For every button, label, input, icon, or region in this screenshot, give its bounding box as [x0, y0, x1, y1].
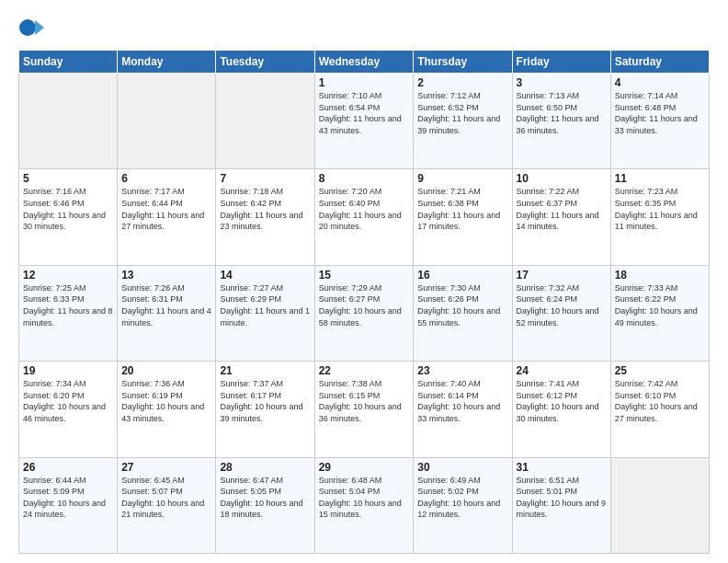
calendar-day-9: 9Sunrise: 7:21 AM Sunset: 6:38 PM Daylig…	[414, 169, 512, 265]
day-number: 21	[220, 364, 310, 377]
day-info: Sunrise: 7:41 AM Sunset: 6:12 PM Dayligh…	[517, 378, 607, 424]
day-number: 7	[220, 172, 310, 185]
calendar-day-22: 22Sunrise: 7:38 AM Sunset: 6:15 PM Dayli…	[314, 362, 414, 457]
calendar-day-5: 5Sunrise: 7:16 AM Sunset: 6:46 PM Daylig…	[19, 169, 118, 265]
calendar-day-13: 13Sunrise: 7:26 AM Sunset: 6:31 PM Dayli…	[118, 265, 216, 361]
day-number: 12	[23, 269, 113, 282]
weekday-header-monday: Monday	[118, 51, 216, 74]
calendar-day-1: 1Sunrise: 7:10 AM Sunset: 6:54 PM Daylig…	[314, 74, 414, 169]
day-number: 31	[517, 461, 607, 474]
calendar-day-11: 11Sunrise: 7:23 AM Sunset: 6:35 PM Dayli…	[610, 169, 709, 265]
day-number: 14	[220, 269, 310, 282]
day-number: 26	[23, 461, 113, 474]
day-number: 3	[517, 76, 607, 89]
calendar-day-6: 6Sunrise: 7:17 AM Sunset: 6:44 PM Daylig…	[118, 169, 216, 265]
day-info: Sunrise: 7:27 AM Sunset: 6:29 PM Dayligh…	[220, 282, 310, 328]
calendar-day-27: 27Sunrise: 6:45 AM Sunset: 5:07 PM Dayli…	[118, 457, 216, 553]
weekday-header-row: SundayMondayTuesdayWednesdayThursdayFrid…	[19, 51, 710, 74]
day-info: Sunrise: 7:17 AM Sunset: 6:44 PM Dayligh…	[121, 186, 211, 232]
day-info: Sunrise: 7:23 AM Sunset: 6:35 PM Dayligh…	[615, 186, 705, 232]
calendar-day-16: 16Sunrise: 7:30 AM Sunset: 6:26 PM Dayli…	[414, 265, 512, 361]
day-number: 13	[121, 269, 211, 282]
day-number: 11	[615, 172, 705, 185]
day-number: 17	[517, 269, 607, 282]
calendar-day-30: 30Sunrise: 6:49 AM Sunset: 5:02 PM Dayli…	[414, 457, 512, 553]
day-info: Sunrise: 7:13 AM Sunset: 6:50 PM Dayligh…	[517, 90, 607, 136]
logo	[18, 15, 48, 40]
calendar-day-23: 23Sunrise: 7:40 AM Sunset: 6:14 PM Dayli…	[414, 362, 512, 457]
calendar-day-7: 7Sunrise: 7:18 AM Sunset: 6:42 PM Daylig…	[216, 169, 314, 265]
day-info: Sunrise: 7:40 AM Sunset: 6:14 PM Dayligh…	[417, 378, 507, 424]
day-number: 27	[121, 461, 211, 474]
logo-icon	[18, 15, 44, 40]
day-info: Sunrise: 6:51 AM Sunset: 5:01 PM Dayligh…	[517, 475, 607, 521]
day-number: 16	[417, 269, 507, 282]
day-number: 29	[319, 461, 410, 474]
calendar-day-18: 18Sunrise: 7:33 AM Sunset: 6:22 PM Dayli…	[610, 265, 709, 361]
day-info: Sunrise: 7:42 AM Sunset: 6:10 PM Dayligh…	[615, 378, 705, 424]
day-number: 28	[220, 461, 310, 474]
day-number: 18	[615, 269, 705, 282]
day-number: 6	[121, 172, 211, 185]
day-number: 25	[615, 364, 705, 377]
day-number: 19	[23, 364, 113, 377]
day-info: Sunrise: 7:21 AM Sunset: 6:38 PM Dayligh…	[417, 186, 507, 232]
day-number: 30	[417, 461, 507, 474]
calendar-week-row: 26Sunrise: 6:44 AM Sunset: 5:09 PM Dayli…	[19, 457, 710, 553]
calendar-day-19: 19Sunrise: 7:34 AM Sunset: 6:20 PM Dayli…	[19, 362, 118, 457]
calendar-day-26: 26Sunrise: 6:44 AM Sunset: 5:09 PM Dayli…	[19, 457, 118, 553]
svg-point-0	[19, 19, 36, 36]
weekday-header-thursday: Thursday	[414, 51, 512, 74]
calendar-week-row: 1Sunrise: 7:10 AM Sunset: 6:54 PM Daylig…	[19, 74, 710, 169]
calendar-day-28: 28Sunrise: 6:47 AM Sunset: 5:05 PM Dayli…	[216, 457, 314, 553]
calendar-day-17: 17Sunrise: 7:32 AM Sunset: 6:24 PM Dayli…	[512, 265, 610, 361]
day-info: Sunrise: 7:34 AM Sunset: 6:20 PM Dayligh…	[23, 378, 113, 424]
weekday-header-tuesday: Tuesday	[216, 51, 314, 74]
day-info: Sunrise: 7:18 AM Sunset: 6:42 PM Dayligh…	[220, 186, 310, 232]
day-number: 22	[319, 364, 410, 377]
day-info: Sunrise: 7:33 AM Sunset: 6:22 PM Dayligh…	[615, 282, 705, 328]
calendar-week-row: 12Sunrise: 7:25 AM Sunset: 6:33 PM Dayli…	[19, 265, 710, 361]
calendar-day-2: 2Sunrise: 7:12 AM Sunset: 6:52 PM Daylig…	[414, 74, 512, 169]
day-info: Sunrise: 7:30 AM Sunset: 6:26 PM Dayligh…	[417, 282, 507, 328]
calendar-day-24: 24Sunrise: 7:41 AM Sunset: 6:12 PM Dayli…	[512, 362, 610, 457]
weekday-header-wednesday: Wednesday	[314, 51, 414, 74]
calendar-day-15: 15Sunrise: 7:29 AM Sunset: 6:27 PM Dayli…	[314, 265, 414, 361]
day-info: Sunrise: 6:47 AM Sunset: 5:05 PM Dayligh…	[220, 475, 310, 521]
calendar-empty-cell	[216, 74, 314, 169]
day-number: 24	[517, 364, 607, 377]
day-number: 2	[417, 76, 507, 89]
calendar-day-12: 12Sunrise: 7:25 AM Sunset: 6:33 PM Dayli…	[19, 265, 118, 361]
calendar-empty-cell	[19, 74, 118, 169]
day-info: Sunrise: 7:36 AM Sunset: 6:19 PM Dayligh…	[121, 378, 211, 424]
day-number: 8	[319, 172, 410, 185]
day-info: Sunrise: 7:22 AM Sunset: 6:37 PM Dayligh…	[517, 186, 607, 232]
day-info: Sunrise: 7:29 AM Sunset: 6:27 PM Dayligh…	[319, 282, 410, 328]
calendar-empty-cell	[118, 74, 216, 169]
day-info: Sunrise: 7:10 AM Sunset: 6:54 PM Dayligh…	[319, 90, 410, 136]
calendar-day-21: 21Sunrise: 7:37 AM Sunset: 6:17 PM Dayli…	[216, 362, 314, 457]
day-info: Sunrise: 7:14 AM Sunset: 6:48 PM Dayligh…	[615, 90, 705, 136]
day-info: Sunrise: 6:48 AM Sunset: 5:04 PM Dayligh…	[319, 475, 410, 521]
page-header	[18, 15, 710, 40]
day-info: Sunrise: 7:37 AM Sunset: 6:17 PM Dayligh…	[220, 378, 310, 424]
weekday-header-sunday: Sunday	[19, 51, 118, 74]
calendar-day-29: 29Sunrise: 6:48 AM Sunset: 5:04 PM Dayli…	[314, 457, 414, 553]
day-info: Sunrise: 7:38 AM Sunset: 6:15 PM Dayligh…	[319, 378, 410, 424]
calendar-day-25: 25Sunrise: 7:42 AM Sunset: 6:10 PM Dayli…	[610, 362, 709, 457]
day-info: Sunrise: 7:32 AM Sunset: 6:24 PM Dayligh…	[517, 282, 607, 328]
day-info: Sunrise: 6:44 AM Sunset: 5:09 PM Dayligh…	[23, 475, 113, 521]
day-number: 5	[23, 172, 113, 185]
day-number: 1	[319, 76, 410, 89]
day-number: 4	[615, 76, 705, 89]
day-info: Sunrise: 7:20 AM Sunset: 6:40 PM Dayligh…	[319, 186, 410, 232]
calendar-day-14: 14Sunrise: 7:27 AM Sunset: 6:29 PM Dayli…	[216, 265, 314, 361]
day-info: Sunrise: 7:12 AM Sunset: 6:52 PM Dayligh…	[417, 90, 507, 136]
calendar-week-row: 5Sunrise: 7:16 AM Sunset: 6:46 PM Daylig…	[19, 169, 710, 265]
day-number: 10	[517, 172, 607, 185]
weekday-header-friday: Friday	[512, 51, 610, 74]
calendar-table: SundayMondayTuesdayWednesdayThursdayFrid…	[18, 50, 710, 554]
weekday-header-saturday: Saturday	[610, 51, 709, 74]
day-info: Sunrise: 7:25 AM Sunset: 6:33 PM Dayligh…	[23, 282, 113, 328]
day-number: 9	[417, 172, 507, 185]
